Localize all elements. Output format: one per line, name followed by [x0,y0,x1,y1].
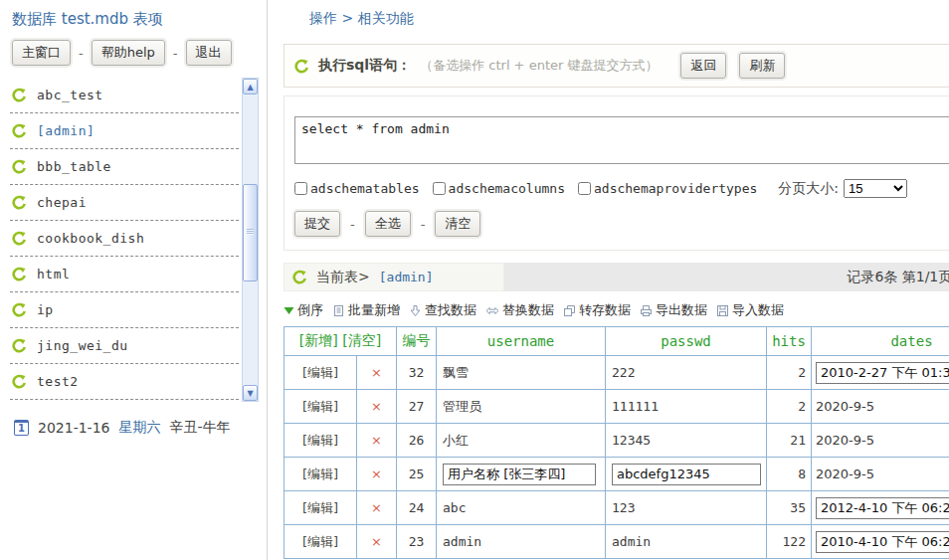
edit-link[interactable]: [编辑] [285,356,357,390]
window-button-row: 主窗口 - 帮助help - 退出 [12,40,267,66]
cell-dates: 2020-9-5 [812,458,949,491]
cell-hits: 8 [767,458,812,491]
select-all-button[interactable]: 全选 [365,211,411,237]
delete-icon[interactable]: × [357,525,397,559]
checkbox-adschemacolumns[interactable]: adschemacolumns [433,181,565,196]
records-table: [新增] [清空] 编号 username passwd hits dates … [284,326,949,559]
table-list-item-jing_wei_du[interactable]: jing_wei_du [10,328,239,364]
cell-id: 24 [397,491,437,525]
header-dates: dates [812,327,949,356]
adschematables-checkbox[interactable] [294,182,307,195]
header-username: username [437,327,606,356]
current-table-name[interactable]: [admin] [379,270,434,284]
button-separator: - [350,217,355,232]
toolbar-item-copy[interactable]: 转存数据 [563,301,631,319]
table-list-item-ip[interactable]: ip [10,292,239,328]
toolbar-item-label: 导出数据 [656,301,707,319]
table-name: jing_wei_du [37,338,128,353]
dates-input[interactable] [816,362,949,384]
checkbox-label: adschematables [310,181,420,196]
toolbar-item-export[interactable]: 导出数据 [640,301,707,319]
table-name: chepai [37,195,87,210]
page-size-label: 分页大小: [778,180,839,198]
submit-button[interactable]: 提交 [294,211,340,237]
table-toolbar: 倒序批量新增查找数据替换数据转存数据导出数据导入数据 [284,300,949,320]
clear-button[interactable]: 清空 [435,211,480,237]
delete-icon[interactable]: × [357,356,397,390]
calendar-icon: 1 [14,420,29,436]
cell-passwd: 222 [606,356,767,390]
cell-username: admin [437,525,606,559]
list-scrollbar[interactable]: ▲ ▼ [242,78,259,402]
checkbox-adschematables[interactable]: adschematables [294,181,420,196]
toolbar-item-sort-desc[interactable]: 倒序 [284,301,323,319]
checkbox-adschemaprovidertypes[interactable]: adschemaprovidertypes [578,181,757,196]
delete-icon[interactable]: × [357,424,397,458]
table-list-item-bbb_table[interactable]: bbb_table [10,149,239,185]
breadcrumb-section[interactable]: 操作 [309,10,337,26]
cell-passwd: 12345 [606,424,767,458]
cell-hits: 2 [767,390,812,424]
adschemaprovidertypes-checkbox[interactable] [578,182,591,195]
cell-username: 管理员 [437,390,606,424]
circle-arrow-icon [294,59,309,74]
current-table-bar: 当前表> [admin] 记录6条 第1/1页 Goto [284,263,949,291]
cell-dates [812,491,949,525]
refresh-button[interactable]: 刷新 [739,53,785,79]
toolbar-item-arrow-down[interactable]: 查找数据 [409,301,476,319]
table-name: abc_test [37,88,103,102]
cell-passwd: 111111 [606,390,767,424]
cell-id: 27 [397,390,437,424]
scroll-up-icon[interactable]: ▲ [243,79,258,94]
table-list-item-html[interactable]: html [10,257,239,292]
table-list-item-admin[interactable]: [admin] [10,113,239,149]
main-window-button[interactable]: 主窗口 [12,40,71,66]
copy-icon [563,304,576,317]
edit-link[interactable]: [编辑] [285,525,357,559]
exit-button[interactable]: 退出 [186,40,232,66]
table-list-item-abc_test[interactable]: abc_test [10,78,239,113]
back-button[interactable]: 返回 [680,53,726,79]
edit-link[interactable]: [编辑] [285,458,357,491]
toolbar-item-import[interactable]: 导入数据 [716,301,784,319]
table-name: ip [37,302,54,317]
sql-box: select * from admin adschematables adsch… [284,95,949,251]
page-size-select[interactable]: 15 [844,179,907,198]
toolbar-item-label: 倒序 [297,301,323,319]
toolbar-item-doc[interactable]: 批量新增 [332,301,400,319]
toolbar-item-swap[interactable]: 替换数据 [485,301,554,319]
edit-link[interactable]: [编辑] [285,491,357,525]
cell-username: 小红 [437,424,606,458]
help-button[interactable]: 帮助help [92,40,165,66]
toolbar-item-label: 批量新增 [348,301,400,319]
cell-passwd: 123 [606,491,767,525]
cell-dates [812,356,949,390]
table-list: abc_test[admin]bbb_tablechepaicookbook_d… [10,78,259,402]
cell-id: 23 [397,525,437,559]
table-list-item-chepai[interactable]: chepai [10,185,239,221]
sql-query-input[interactable]: select * from admin [294,116,949,164]
adschemacolumns-checkbox[interactable] [433,182,446,195]
arrow-down-icon [409,304,422,317]
button-separator: - [79,46,84,61]
cell-hits: 21 [767,424,812,458]
dates-input[interactable] [816,497,949,519]
scroll-down-icon[interactable]: ▼ [243,385,258,401]
dates-input[interactable] [816,531,949,553]
export-icon [640,304,653,317]
table-list-item-test2[interactable]: test2 [10,364,239,400]
header-actions[interactable]: [新增] [清空] [285,327,397,356]
table-name: test2 [37,374,79,389]
checkbox-label: adschemaprovidertypes [594,181,757,196]
cell-hits: 2 [767,356,812,390]
delete-icon[interactable]: × [357,458,397,491]
delete-icon[interactable]: × [357,491,397,525]
scrollbar-thumb[interactable] [243,184,258,281]
delete-icon[interactable]: × [357,390,397,424]
breadcrumb-separator: > [341,10,353,26]
edit-link[interactable]: [编辑] [285,390,357,424]
username-input[interactable] [443,464,596,485]
passwd-input[interactable] [612,464,761,485]
table-list-item-cookbook_dish[interactable]: cookbook_dish [10,221,239,257]
edit-link[interactable]: [编辑] [285,424,357,458]
